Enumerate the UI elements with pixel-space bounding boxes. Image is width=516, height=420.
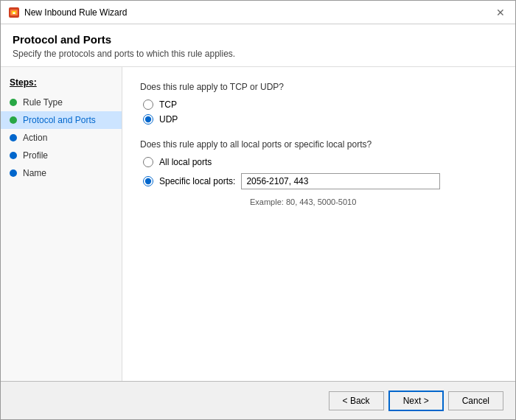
tcp-radio[interactable] [143,99,153,110]
ports-question: Does this rule apply to all local ports … [140,139,498,150]
tcp-option[interactable]: TCP [143,99,498,110]
sidebar-label-name: Name [23,168,46,178]
main-panel: Does this rule apply to TCP or UDP? TCP … [122,67,515,381]
window-icon [8,7,20,18]
close-button[interactable]: ✕ [493,7,508,18]
svg-rect-3 [13,12,15,14]
page-subtitle: Specify the protocols and ports to which… [13,49,503,59]
ports-section: Does this rule apply to all local ports … [140,139,498,206]
sidebar-header: Steps: [1,74,122,94]
page-title: Protocol and Ports [13,33,503,46]
dot-rule-type [10,99,17,106]
sidebar-item-rule-type[interactable]: Rule Type [1,94,122,111]
tcp-label: TCP [159,99,177,110]
udp-label: UDP [159,114,178,125]
sidebar-item-profile[interactable]: Profile [1,147,122,164]
sidebar: Steps: Rule Type Protocol and Ports Acti… [1,67,122,381]
footer: < Back Next > Cancel [1,381,515,419]
all-ports-radio[interactable] [143,157,153,167]
sidebar-item-action[interactable]: Action [1,129,122,147]
dot-action [10,134,17,141]
sidebar-label-rule-type: Rule Type [23,97,63,108]
ports-radio-group: All local ports Specific local ports: Ex… [143,157,498,206]
sidebar-item-name[interactable]: Name [1,164,122,182]
udp-radio[interactable] [143,114,153,125]
ports-example: Example: 80, 443, 5000-5010 [250,197,498,206]
all-ports-label: All local ports [159,157,212,167]
sidebar-label-action: Action [23,133,47,143]
window-title: New Inbound Rule Wizard [24,7,127,18]
page-header: Protocol and Ports Specify the protocols… [1,24,515,67]
ports-input[interactable] [241,173,440,189]
dot-profile [10,152,17,159]
back-button[interactable]: < Back [329,391,384,410]
specific-ports-radio[interactable] [143,176,153,186]
wizard-window: New Inbound Rule Wizard ✕ Protocol and P… [0,0,516,420]
udp-option[interactable]: UDP [143,114,498,125]
specific-ports-label: Specific local ports: [159,176,235,186]
title-bar-left: New Inbound Rule Wizard [8,7,127,18]
next-button[interactable]: Next > [388,391,444,411]
content-area: Steps: Rule Type Protocol and Ports Acti… [1,67,515,381]
protocol-question: Does this rule apply to TCP or UDP? [140,82,498,92]
sidebar-item-protocol-ports[interactable]: Protocol and Ports [1,111,122,129]
all-ports-option[interactable]: All local ports [143,157,498,167]
dot-protocol-ports [10,116,17,124]
cancel-button[interactable]: Cancel [448,391,503,410]
protocol-radio-group: TCP UDP [143,99,498,125]
specific-ports-option: Specific local ports: [143,173,498,189]
sidebar-label-protocol-ports: Protocol and Ports [23,115,96,125]
dot-name [10,169,17,177]
title-bar: New Inbound Rule Wizard ✕ [1,1,515,24]
sidebar-label-profile: Profile [23,150,48,161]
